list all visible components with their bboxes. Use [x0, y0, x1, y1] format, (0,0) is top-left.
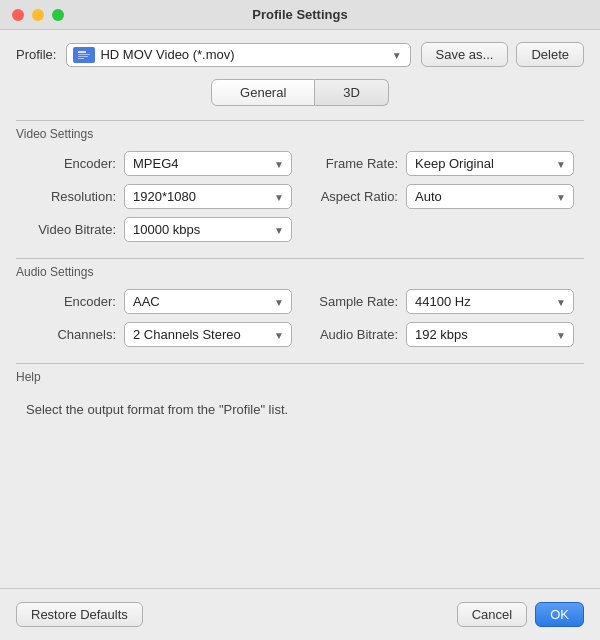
video-settings-grid: Encoder: MPEG4 H.264 H.265 ▼ Frame Rate:… [16, 151, 584, 242]
ok-button[interactable]: OK [535, 602, 584, 627]
profile-select[interactable]: HD MOV Video (*.mov) HD MP4 Video (*.mp4… [100, 47, 385, 62]
video-bitrate-label: Video Bitrate: [26, 222, 116, 237]
help-title: Help [16, 370, 584, 384]
encoder-select-wrap: MPEG4 H.264 H.265 ▼ [124, 151, 292, 176]
audio-encoder-label: Encoder: [26, 294, 116, 309]
help-text: Select the output format from the "Profi… [16, 394, 584, 417]
aspect-ratio-select-wrap: Auto 16:9 4:3 ▼ [406, 184, 574, 209]
profile-action-buttons: Save as... Delete [421, 42, 584, 67]
profile-select-arrow: ▼ [392, 49, 402, 60]
profile-row: Profile: HD MOV Video (*.mov) HD MP4 Vid… [16, 42, 584, 67]
frame-rate-row: Frame Rate: Keep Original 24 fps 30 fps … [308, 151, 574, 176]
encoder-row: Encoder: MPEG4 H.264 H.265 ▼ [26, 151, 292, 176]
maximize-button[interactable] [52, 9, 64, 21]
frame-rate-select[interactable]: Keep Original 24 fps 30 fps 60 fps [406, 151, 574, 176]
bottom-bar: Restore Defaults Cancel OK [0, 588, 600, 640]
audio-settings-section: Audio Settings Encoder: AAC MP3 AC3 ▼ Sa… [16, 258, 584, 347]
window-controls [12, 9, 64, 21]
audio-bitrate-row: Audio Bitrate: 192 kbps 128 kbps 256 kbp… [308, 322, 574, 347]
audio-bitrate-label: Audio Bitrate: [308, 327, 398, 342]
channels-label: Channels: [26, 327, 116, 342]
audio-encoder-select-wrap: AAC MP3 AC3 ▼ [124, 289, 292, 314]
svg-rect-3 [78, 56, 88, 57]
encoder-label: Encoder: [26, 156, 116, 171]
svg-rect-4 [78, 58, 84, 59]
sample-rate-select-wrap: 44100 Hz 48000 Hz 22050 Hz ▼ [406, 289, 574, 314]
delete-button[interactable]: Delete [516, 42, 584, 67]
encoder-select[interactable]: MPEG4 H.264 H.265 [124, 151, 292, 176]
restore-defaults-button[interactable]: Restore Defaults [16, 602, 143, 627]
svg-rect-2 [78, 54, 90, 55]
frame-rate-label: Frame Rate: [308, 156, 398, 171]
sample-rate-row: Sample Rate: 44100 Hz 48000 Hz 22050 Hz … [308, 289, 574, 314]
video-bitrate-select[interactable]: 10000 kbps 8000 kbps 5000 kbps [124, 217, 292, 242]
help-section: Help Select the output format from the "… [16, 363, 584, 417]
resolution-row: Resolution: 1920*1080 1280*720 720*480 ▼ [26, 184, 292, 209]
audio-bitrate-select-wrap: 192 kbps 128 kbps 256 kbps ▼ [406, 322, 574, 347]
audio-settings-title: Audio Settings [16, 265, 584, 279]
window-title: Profile Settings [252, 7, 347, 22]
sample-rate-select[interactable]: 44100 Hz 48000 Hz 22050 Hz [406, 289, 574, 314]
audio-bitrate-select[interactable]: 192 kbps 128 kbps 256 kbps [406, 322, 574, 347]
resolution-label: Resolution: [26, 189, 116, 204]
cancel-button[interactable]: Cancel [457, 602, 527, 627]
close-button[interactable] [12, 9, 24, 21]
profile-select-wrap: HD MOV Video (*.mov) HD MP4 Video (*.mp4… [66, 43, 410, 67]
frame-rate-select-wrap: Keep Original 24 fps 30 fps 60 fps ▼ [406, 151, 574, 176]
video-settings-section: Video Settings Encoder: MPEG4 H.264 H.26… [16, 120, 584, 242]
channels-select[interactable]: 2 Channels Stereo Mono 5.1 Surround [124, 322, 292, 347]
svg-rect-1 [78, 51, 86, 53]
save-as-button[interactable]: Save as... [421, 42, 509, 67]
minimize-button[interactable] [32, 9, 44, 21]
tab-general[interactable]: General [211, 79, 315, 106]
aspect-ratio-row: Aspect Ratio: Auto 16:9 4:3 ▼ [308, 184, 574, 209]
audio-settings-grid: Encoder: AAC MP3 AC3 ▼ Sample Rate: 4410… [16, 289, 584, 347]
audio-encoder-select[interactable]: AAC MP3 AC3 [124, 289, 292, 314]
tab-bar: General 3D [16, 79, 584, 106]
main-content: Profile: HD MOV Video (*.mov) HD MP4 Vid… [0, 30, 600, 439]
video-bitrate-select-wrap: 10000 kbps 8000 kbps 5000 kbps ▼ [124, 217, 292, 242]
tab-3d[interactable]: 3D [315, 79, 389, 106]
profile-icon [73, 47, 95, 63]
resolution-select-wrap: 1920*1080 1280*720 720*480 ▼ [124, 184, 292, 209]
aspect-ratio-label: Aspect Ratio: [308, 189, 398, 204]
resolution-select[interactable]: 1920*1080 1280*720 720*480 [124, 184, 292, 209]
channels-row: Channels: 2 Channels Stereo Mono 5.1 Sur… [26, 322, 292, 347]
profile-label: Profile: [16, 47, 56, 62]
video-bitrate-row: Video Bitrate: 10000 kbps 8000 kbps 5000… [26, 217, 292, 242]
title-bar: Profile Settings [0, 0, 600, 30]
audio-encoder-row: Encoder: AAC MP3 AC3 ▼ [26, 289, 292, 314]
channels-select-wrap: 2 Channels Stereo Mono 5.1 Surround ▼ [124, 322, 292, 347]
aspect-ratio-select[interactable]: Auto 16:9 4:3 [406, 184, 574, 209]
sample-rate-label: Sample Rate: [308, 294, 398, 309]
bottom-right-buttons: Cancel OK [457, 602, 584, 627]
video-settings-title: Video Settings [16, 127, 584, 141]
